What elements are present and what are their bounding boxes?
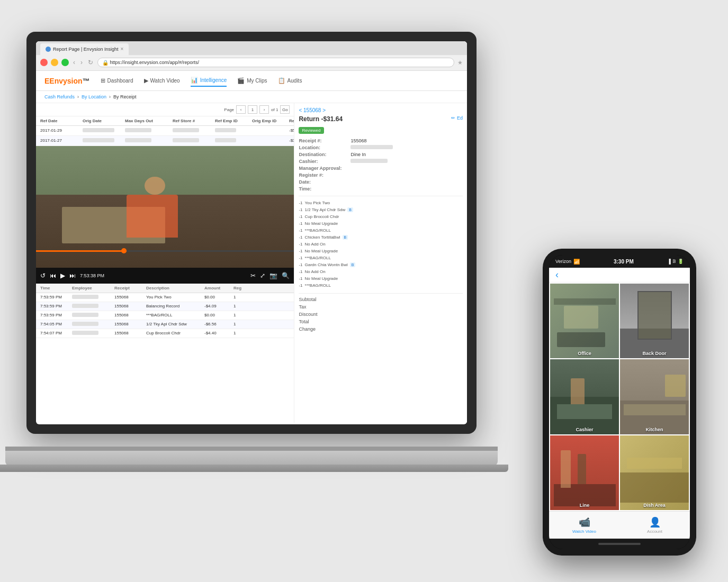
trans-th-employee[interactable]: Employee [72,286,114,290]
change-label: Change [299,326,316,332]
receipt-destination-label: Destination: [299,152,346,157]
camera-label-kitchen: Kitchen [620,427,689,432]
step-back-icon[interactable]: ⏮ [50,272,56,279]
camera-scene [36,146,294,268]
page-go-btn[interactable]: Go [280,105,290,114]
trans-cell-time-3: 7:54:05 PM [40,322,72,327]
th-orig-date[interactable]: Orig Date [83,119,125,123]
table-row[interactable]: 7:54:07 PM 155068 Cup Broccoli Chdr -$4.… [36,329,294,338]
window-maximize-btn[interactable] [61,59,69,66]
item-name-8: ***BAG/ROLL [305,256,331,260]
trans-cell-desc-3: 1/2 Tky Apl Chdr Sdw [146,322,204,327]
breadcrumb-root[interactable]: Cash Refunds [44,94,75,99]
breadcrumb-level2: By Receipt [113,94,137,99]
fast-forward-icon[interactable]: ⏭ [69,272,76,279]
browser-tab[interactable]: Report Page | Envysion Insight × [40,43,129,55]
trans-cell-amount-4: -$4.40 [204,331,233,336]
expand-icon[interactable]: ⤢ [260,272,265,279]
app-logo: EEnvysion™ [44,77,90,85]
nav-audits[interactable]: 📋 Audits [278,75,302,86]
list-item: -1 ***BAG/ROLL [299,227,463,234]
receipt-nav[interactable]: < 155068 > [299,107,463,113]
window-minimize-btn[interactable] [51,59,58,66]
play-icon[interactable]: ▶ [60,272,65,279]
trans-th-time[interactable]: Time [40,286,72,290]
camera-cell-disharea[interactable]: Dish Area [620,435,689,510]
receipt-num-value: 155068 [350,138,366,143]
th-orig-emp[interactable]: Orig Emp ID [252,119,289,123]
trans-cell-reg-4: 1 [233,331,249,336]
subtotal-label: Subtotal [299,297,316,302]
table-row[interactable]: 2017-01-27 -$35.73 14 7:53:55 PM 54 [36,136,294,146]
list-item: -1 No Meal Upgrade [299,220,463,227]
scissors-icon[interactable]: ✂ [250,272,256,279]
bookmark-icon[interactable]: ★ [457,59,463,66]
th-ref-store[interactable]: Ref Store # [173,119,215,123]
item-qty-1: -1 [299,207,302,212]
window-close-btn[interactable] [40,59,48,66]
th-ref-emp[interactable]: Ref Emp ID [215,119,252,123]
phone-nav-account[interactable]: 👤 Account [619,516,690,534]
camera-cell-line[interactable]: Line [550,435,619,510]
receipt-time-label: Time: [299,186,346,192]
nav-intelligence[interactable]: 📊 Intelligence [191,75,227,87]
camera-grid: Office Back Door [549,283,690,511]
right-panel: < 155068 > Return -$31.64 ✏ Ed Reviewed … [294,103,467,423]
laptop: Report Page | Envysion Insight × ‹ › ↻ 🔒 [26,32,503,508]
item-qty-9: -1 [299,262,302,267]
video-progress-bar[interactable] [36,250,294,252]
cell-orig-date-1 [83,138,125,143]
trans-cell-reg-3: 1 [233,322,249,327]
browser-bar: ‹ › ↻ 🔒 https://insight.envysion.com/app… [36,55,467,70]
zoom-icon[interactable]: 🔍 [282,272,290,279]
phone-back-icon[interactable]: ‹ [555,269,559,280]
camera-icon[interactable]: 📷 [269,272,277,279]
table-row[interactable]: 7:53:59 PM 155068 You Pick Two $0.00 1 [36,293,294,302]
th-ref-date[interactable]: Ref Date [40,119,83,123]
lock-icon: 🔒 [102,60,109,66]
nav-my-clips[interactable]: 🎬 My Clips [237,75,267,86]
phone-nav-watch-video[interactable]: 📹 Watch Video [549,516,619,534]
phone-bottom-nav: 📹 Watch Video 👤 Account [549,511,690,539]
nav-dashboard[interactable]: ⊞ Dashboard [101,75,133,86]
browser-forward-icon[interactable]: › [80,59,83,66]
nav-watch-video[interactable]: ▶ Watch Video [144,75,180,86]
cam-door [637,291,672,340]
item-name-9: Gardn Chia Wontn Bwl [305,262,348,267]
camera-label-disharea: Dish Area [620,503,689,508]
trans-th-amount[interactable]: Amount [204,286,233,290]
edit-btn[interactable]: ✏ Ed [451,115,463,121]
laptop-base [5,451,498,466]
item-name-4: ***BAG/ROLL [305,228,331,233]
time-display: 7:53:38 PM [80,273,104,278]
camera-cell-cashier[interactable]: Cashier [550,359,619,434]
cam-kitchen-counter [624,404,686,415]
trans-th-receipt[interactable]: Receipt [114,286,146,290]
tab-close-icon[interactable]: × [120,46,123,52]
table-row[interactable]: 7:54:05 PM 155068 1/2 Tky Apl Chdr Sdw -… [36,320,294,329]
camera-cell-office[interactable]: Office [550,284,619,358]
breadcrumb-level1[interactable]: By Location [82,94,106,99]
trans-cell-emp-2 [72,313,114,318]
browser-url-bar[interactable]: 🔒 https://insight.envysion.com/app/#/rep… [97,58,454,67]
th-max-days[interactable]: Max Days Out [125,119,173,123]
cam-cashier-counter [557,404,612,419]
table-row[interactable]: 7:53:59 PM 155068 Balancing Record -$4.0… [36,302,294,311]
rewind-icon[interactable]: ↺ [40,272,46,279]
camera-label-office: Office [550,351,619,356]
camera-cell-backdoor[interactable]: Back Door [620,284,689,358]
table-row[interactable]: 7:53:59 PM 155068 ***BAG/ROLL $0.00 1 [36,311,294,320]
page-next-btn[interactable]: › [259,105,269,114]
browser-refresh-icon[interactable]: ↻ [88,59,93,66]
item-qty-5: -1 [299,235,302,240]
trans-th-description[interactable]: Description [146,286,204,290]
camera-cell-kitchen[interactable]: Kitchen [620,359,689,434]
trans-cell-reg-0: 1 [233,295,249,300]
table-row[interactable]: 2017-01-29 -$53.88 1 4:18:08 PM 19 [36,126,294,136]
page-prev-btn[interactable]: ‹ [236,105,246,114]
th-ref-amt[interactable]: Ref Amt ($) [289,119,294,123]
trans-th-reg[interactable]: Reg [233,286,249,290]
camera-line-scene [550,435,619,510]
receipt-destination-value: Dine In [350,152,366,157]
browser-back-icon[interactable]: ‹ [73,59,75,66]
